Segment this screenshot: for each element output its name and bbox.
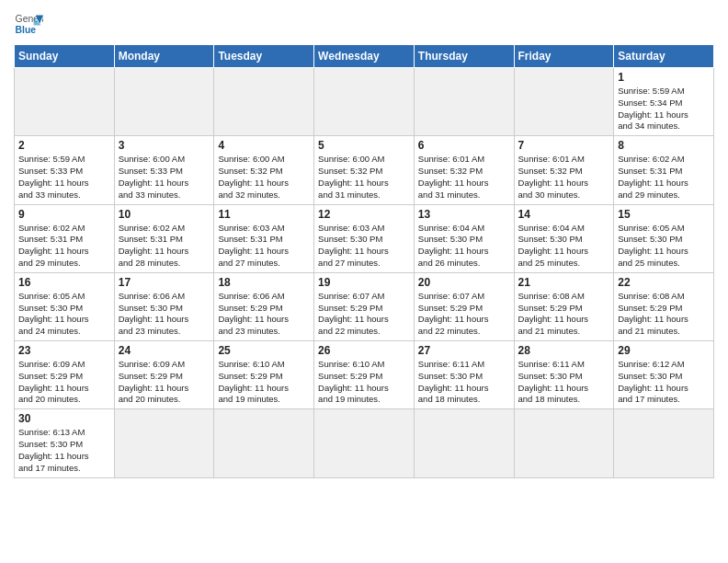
day-info: Sunrise: 6:00 AM Sunset: 5:33 PM Dayligh… — [119, 154, 210, 201]
day-number: 19 — [318, 276, 410, 289]
calendar-cell: 17Sunrise: 6:06 AM Sunset: 5:30 PM Dayli… — [114, 272, 214, 340]
day-info: Sunrise: 6:04 AM Sunset: 5:30 PM Dayligh… — [518, 223, 610, 270]
day-number: 24 — [119, 344, 210, 357]
day-number: 18 — [218, 276, 310, 289]
day-info: Sunrise: 6:09 AM Sunset: 5:29 PM Dayligh… — [119, 359, 210, 406]
week-row-1: 1Sunrise: 5:59 AM Sunset: 5:34 PM Daylig… — [15, 68, 714, 136]
day-info: Sunrise: 6:01 AM Sunset: 5:32 PM Dayligh… — [518, 154, 610, 201]
calendar-cell: 23Sunrise: 6:09 AM Sunset: 5:29 PM Dayli… — [15, 341, 115, 409]
day-info: Sunrise: 6:06 AM Sunset: 5:30 PM Dayligh… — [119, 291, 210, 338]
weekday-header-row: SundayMondayTuesdayWednesdayThursdayFrid… — [15, 45, 714, 68]
day-info: Sunrise: 6:13 AM Sunset: 5:30 PM Dayligh… — [18, 427, 110, 474]
day-number: 16 — [18, 276, 110, 289]
weekday-header-tuesday: Tuesday — [214, 45, 314, 68]
day-number: 30 — [18, 412, 110, 425]
day-number: 23 — [18, 344, 110, 357]
day-number: 12 — [318, 208, 410, 221]
day-info: Sunrise: 6:03 AM Sunset: 5:30 PM Dayligh… — [318, 223, 410, 270]
day-info: Sunrise: 6:04 AM Sunset: 5:30 PM Dayligh… — [418, 223, 510, 270]
week-row-4: 16Sunrise: 6:05 AM Sunset: 5:30 PM Dayli… — [15, 272, 714, 340]
day-info: Sunrise: 6:09 AM Sunset: 5:29 PM Dayligh… — [18, 359, 110, 406]
day-info: Sunrise: 6:02 AM Sunset: 5:31 PM Dayligh… — [618, 154, 710, 201]
logo: General Blue — [14, 9, 43, 39]
day-number: 13 — [418, 208, 510, 221]
calendar-cell: 5Sunrise: 6:00 AM Sunset: 5:32 PM Daylig… — [314, 136, 415, 204]
calendar-cell — [414, 409, 514, 477]
calendar-cell: 6Sunrise: 6:01 AM Sunset: 5:32 PM Daylig… — [414, 136, 514, 204]
week-row-6: 30Sunrise: 6:13 AM Sunset: 5:30 PM Dayli… — [15, 409, 714, 477]
day-info: Sunrise: 6:00 AM Sunset: 5:32 PM Dayligh… — [218, 154, 310, 201]
logo-icon: General Blue — [14, 9, 43, 39]
calendar-cell: 26Sunrise: 6:10 AM Sunset: 5:29 PM Dayli… — [314, 341, 415, 409]
calendar-cell: 20Sunrise: 6:07 AM Sunset: 5:29 PM Dayli… — [414, 272, 514, 340]
calendar-cell: 29Sunrise: 6:12 AM Sunset: 5:30 PM Dayli… — [614, 341, 714, 409]
calendar-cell — [614, 409, 714, 477]
day-number: 14 — [518, 208, 610, 221]
calendar-cell: 22Sunrise: 6:08 AM Sunset: 5:29 PM Dayli… — [614, 272, 714, 340]
calendar-cell: 2Sunrise: 5:59 AM Sunset: 5:33 PM Daylig… — [15, 136, 115, 204]
calendar-cell: 7Sunrise: 6:01 AM Sunset: 5:32 PM Daylig… — [514, 136, 614, 204]
day-info: Sunrise: 6:00 AM Sunset: 5:32 PM Dayligh… — [318, 154, 410, 201]
day-number: 2 — [18, 139, 110, 152]
day-number: 15 — [618, 208, 710, 221]
day-number: 1 — [618, 71, 710, 84]
calendar-cell: 27Sunrise: 6:11 AM Sunset: 5:30 PM Dayli… — [414, 341, 514, 409]
calendar-cell: 1Sunrise: 5:59 AM Sunset: 5:34 PM Daylig… — [614, 68, 714, 136]
calendar-cell: 19Sunrise: 6:07 AM Sunset: 5:29 PM Dayli… — [314, 272, 415, 340]
calendar-cell — [314, 409, 415, 477]
day-number: 28 — [518, 344, 610, 357]
day-number: 25 — [218, 344, 310, 357]
calendar-cell: 13Sunrise: 6:04 AM Sunset: 5:30 PM Dayli… — [414, 204, 514, 272]
day-info: Sunrise: 6:10 AM Sunset: 5:29 PM Dayligh… — [318, 359, 410, 406]
day-number: 10 — [119, 208, 210, 221]
day-info: Sunrise: 5:59 AM Sunset: 5:33 PM Dayligh… — [18, 154, 110, 201]
day-info: Sunrise: 6:02 AM Sunset: 5:31 PM Dayligh… — [18, 223, 110, 270]
calendar-cell: 8Sunrise: 6:02 AM Sunset: 5:31 PM Daylig… — [614, 136, 714, 204]
calendar-cell — [314, 68, 415, 136]
day-number: 26 — [318, 344, 410, 357]
weekday-header-saturday: Saturday — [614, 45, 714, 68]
calendar-cell: 25Sunrise: 6:10 AM Sunset: 5:29 PM Dayli… — [214, 341, 314, 409]
day-info: Sunrise: 6:02 AM Sunset: 5:31 PM Dayligh… — [119, 223, 210, 270]
day-number: 4 — [218, 139, 310, 152]
header: General Blue — [14, 9, 714, 39]
day-number: 21 — [518, 276, 610, 289]
weekday-header-wednesday: Wednesday — [314, 45, 415, 68]
day-info: Sunrise: 6:01 AM Sunset: 5:32 PM Dayligh… — [418, 154, 510, 201]
week-row-5: 23Sunrise: 6:09 AM Sunset: 5:29 PM Dayli… — [15, 341, 714, 409]
calendar-cell: 4Sunrise: 6:00 AM Sunset: 5:32 PM Daylig… — [214, 136, 314, 204]
calendar-cell: 21Sunrise: 6:08 AM Sunset: 5:29 PM Dayli… — [514, 272, 614, 340]
day-number: 9 — [18, 208, 110, 221]
week-row-3: 9Sunrise: 6:02 AM Sunset: 5:31 PM Daylig… — [15, 204, 714, 272]
calendar-cell: 30Sunrise: 6:13 AM Sunset: 5:30 PM Dayli… — [15, 409, 115, 477]
calendar-cell — [114, 409, 214, 477]
day-number: 29 — [618, 344, 710, 357]
calendar-cell — [15, 68, 115, 136]
svg-text:Blue: Blue — [16, 25, 37, 35]
day-number: 27 — [418, 344, 510, 357]
day-info: Sunrise: 6:03 AM Sunset: 5:31 PM Dayligh… — [218, 223, 310, 270]
calendar-cell: 12Sunrise: 6:03 AM Sunset: 5:30 PM Dayli… — [314, 204, 415, 272]
day-info: Sunrise: 6:11 AM Sunset: 5:30 PM Dayligh… — [418, 359, 510, 406]
day-number: 5 — [318, 139, 410, 152]
calendar-cell — [214, 68, 314, 136]
day-number: 7 — [518, 139, 610, 152]
calendar-cell: 14Sunrise: 6:04 AM Sunset: 5:30 PM Dayli… — [514, 204, 614, 272]
day-info: Sunrise: 6:06 AM Sunset: 5:29 PM Dayligh… — [218, 291, 310, 338]
day-number: 11 — [218, 208, 310, 221]
day-number: 3 — [119, 139, 210, 152]
weekday-header-sunday: Sunday — [15, 45, 115, 68]
calendar: SundayMondayTuesdayWednesdayThursdayFrid… — [14, 44, 714, 478]
day-info: Sunrise: 6:10 AM Sunset: 5:29 PM Dayligh… — [218, 359, 310, 406]
calendar-cell — [514, 409, 614, 477]
day-number: 22 — [618, 276, 710, 289]
page: General Blue SundayMondayTuesdayWednesda… — [0, 0, 728, 563]
calendar-cell — [414, 68, 514, 136]
day-number: 20 — [418, 276, 510, 289]
day-info: Sunrise: 6:07 AM Sunset: 5:29 PM Dayligh… — [318, 291, 410, 338]
calendar-cell — [114, 68, 214, 136]
day-info: Sunrise: 6:07 AM Sunset: 5:29 PM Dayligh… — [418, 291, 510, 338]
calendar-cell: 24Sunrise: 6:09 AM Sunset: 5:29 PM Dayli… — [114, 341, 214, 409]
weekday-header-monday: Monday — [114, 45, 214, 68]
calendar-cell: 3Sunrise: 6:00 AM Sunset: 5:33 PM Daylig… — [114, 136, 214, 204]
